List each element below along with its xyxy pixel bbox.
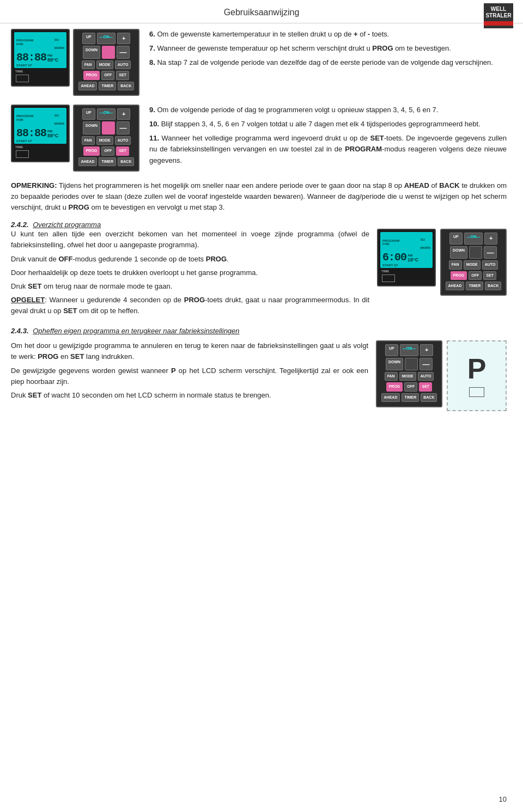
lcd-temp-deg-2: 88°C: [47, 133, 58, 138]
overview-p3: Door herhaaldelijk op deze toets te druk…: [11, 267, 369, 278]
lcd-start-at-1: START AT: [16, 64, 32, 67]
lcd-panel-1: PROGRAMFOR SUMORN 88:88 PM 88°C: [11, 29, 70, 87]
key-down-rs[interactable]: DOWN: [386, 358, 403, 371]
keypad-row-5: AHEAD TIMER BACK: [76, 82, 136, 90]
key-back-1[interactable]: BACK: [118, 82, 134, 90]
logo-red-bar: [484, 21, 513, 26]
key-on-rs[interactable]: —ON—: [400, 344, 419, 356]
lcd-prog-for: PROGRAMFOR: [16, 39, 33, 46]
key-down-2[interactable]: DOWN: [83, 121, 100, 135]
lcd-screen-1: PROGRAMFOR SUMORN 88:88 PM 88°C: [14, 32, 66, 68]
key-minus[interactable]: —: [117, 46, 130, 59]
key-timer-rs[interactable]: TIMER: [402, 393, 419, 402]
key-minus-rs[interactable]: —: [419, 358, 433, 371]
lcd-su-morn: SUMORN: [54, 38, 64, 50]
key-set-rs[interactable]: SET: [419, 382, 432, 391]
key-set-1[interactable]: SET: [116, 71, 129, 80]
lcd-time-area: 88:88 PM 88°C: [16, 52, 64, 64]
key-set-2[interactable]: SET: [116, 146, 129, 155]
key-fan-ov[interactable]: FAN: [449, 260, 462, 269]
key-pink-1: [102, 46, 115, 59]
key-ahead-1[interactable]: AHEAD: [78, 82, 98, 90]
key-down-ov[interactable]: DOWN: [450, 246, 467, 259]
key-timer-2[interactable]: TIMER: [99, 157, 116, 166]
key-off-2[interactable]: OFF: [101, 146, 114, 155]
key-minus-ov[interactable]: —: [484, 246, 497, 259]
key-auto-2[interactable]: AUTO: [115, 136, 131, 145]
key-plus-rs[interactable]: +: [420, 344, 433, 356]
key-auto[interactable]: AUTO: [115, 60, 131, 69]
reset-text: Om het door u gewijzigde programma te an…: [11, 340, 368, 411]
lcd-top-row: PROGRAMFOR SUMORN: [16, 34, 64, 51]
kp-rs-row-1: UP —ON— +: [379, 344, 439, 356]
key-ahead-rs[interactable]: AHEAD: [381, 393, 400, 402]
lcd-digits-1: 88:88: [16, 52, 46, 63]
overview-devices: PROGRAMFOR SUMORN 6:00 AM 18°C: [377, 229, 507, 319]
key-ahead-ov[interactable]: AHEAD: [446, 282, 465, 290]
lcd-time-row-ov: TIME: [380, 270, 433, 273]
lcd-time-label-1: TIME: [15, 70, 23, 73]
kp-rs-row-4: PROG OFF SET: [379, 382, 439, 391]
lcd-time-label-2: TIME: [15, 145, 23, 149]
key-on-ov[interactable]: —ON—: [464, 233, 483, 244]
key-mode-rs[interactable]: MODE: [399, 372, 416, 381]
key-fan[interactable]: FAN: [82, 60, 95, 69]
lcd-start-at-row: START AT: [16, 64, 64, 67]
section-243-heading: 2.4.3. Opheffen eigen programma en terug…: [11, 327, 507, 335]
key-mode-2[interactable]: MODE: [96, 136, 113, 145]
kp-ov-row-4: PROG OFF SET: [443, 271, 503, 280]
key-mode-ov[interactable]: MODE: [464, 260, 481, 269]
key-fan-rs[interactable]: FAN: [385, 372, 398, 381]
key-auto-ov[interactable]: AUTO: [482, 260, 498, 269]
key-up-ov[interactable]: UP: [449, 233, 463, 244]
reset-p1: Om het door u gewijzigde programma te an…: [11, 340, 368, 362]
key-plus-2[interactable]: +: [117, 108, 130, 120]
key-on-2[interactable]: —ON—: [97, 108, 116, 120]
key-off-rs[interactable]: OFF: [404, 382, 417, 391]
key-auto-rs[interactable]: AUTO: [418, 372, 434, 381]
key-up-rs[interactable]: UP: [385, 344, 398, 356]
item-10: 10. Blijf stappen 3, 4, 5, 6 en 7 volgen…: [149, 119, 507, 130]
keypad-row-2-4: PROG OFF SET: [76, 146, 136, 155]
p-display-box: P: [447, 340, 507, 411]
lcd-prog-for-ov: PROGRAMFOR: [382, 239, 399, 246]
text-block-6-8: 6. Om de gewenste kamertemperatuur in te…: [149, 29, 507, 71]
item-8: 8. Na stap 7 zal de volgende periode van…: [149, 57, 507, 68]
key-prog-ov[interactable]: PROG: [451, 271, 467, 280]
lcd-start-at-row-2: START AT: [16, 139, 64, 143]
key-ahead-2[interactable]: AHEAD: [78, 157, 98, 166]
keypad-row-2-2: DOWN —: [76, 121, 136, 135]
key-set-ov[interactable]: SET: [483, 271, 496, 280]
key-back-ov[interactable]: BACK: [485, 282, 501, 290]
reset-section: Om het door u gewijzigde programma te an…: [11, 340, 507, 411]
lcd-digits-2: 88:88: [16, 128, 46, 139]
lcd-panel-overview: PROGRAMFOR SUMORN 6:00 AM 18°C: [377, 229, 436, 286]
key-prog-rs[interactable]: PROG: [386, 382, 403, 391]
key-up[interactable]: UP: [82, 33, 95, 44]
key-off-1[interactable]: OFF: [101, 71, 114, 80]
text-block-9-11: 9. Om de volgende periode of dag te prog…: [149, 105, 507, 169]
lcd-time-label-ov: TIME: [381, 270, 389, 273]
key-on[interactable]: —ON—: [97, 33, 116, 44]
key-mode[interactable]: MODE: [96, 60, 113, 69]
key-minus-2[interactable]: —: [117, 121, 130, 135]
keypad-row-2: DOWN —: [76, 46, 136, 59]
key-back-rs[interactable]: BACK: [421, 393, 437, 402]
key-back-2[interactable]: BACK: [118, 157, 134, 166]
key-timer-ov[interactable]: TIMER: [466, 282, 483, 290]
key-plus[interactable]: +: [117, 33, 130, 44]
key-up-2[interactable]: UP: [82, 108, 95, 120]
key-plus-ov[interactable]: +: [484, 233, 497, 244]
key-timer-1[interactable]: TIMER: [99, 82, 116, 90]
keypad-row-2-3: FAN MODE AUTO: [76, 136, 136, 145]
lcd-start-at-ov: START AT: [382, 264, 398, 267]
key-prog-1[interactable]: PROG: [83, 71, 100, 80]
key-fan-2[interactable]: FAN: [82, 136, 95, 145]
keypad-row-4: PROG OFF SET: [76, 71, 136, 80]
p-letter: P: [467, 355, 486, 383]
lcd-screen-overview: PROGRAMFOR SUMORN 6:00 AM 18°C: [380, 232, 433, 268]
lcd-time-box-2: [16, 150, 29, 158]
key-off-ov[interactable]: OFF: [469, 271, 482, 280]
key-prog-2[interactable]: PROG: [83, 146, 100, 155]
key-down[interactable]: DOWN: [83, 46, 100, 59]
